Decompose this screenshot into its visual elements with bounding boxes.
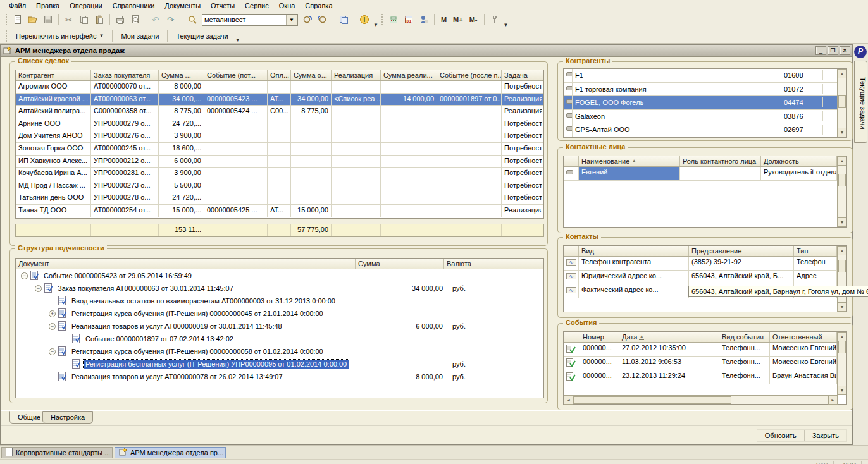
deals-column-header[interactable]: Опл... [268,70,291,80]
events-column-header[interactable]: Номер [580,332,619,342]
deals-row[interactable]: Татьянин день ОООУПР00000278 о...24 720,… [16,192,543,205]
structure-tree-row[interactable]: −Событие 00000001897 от 07.02.2014 13:42… [16,333,543,345]
structure-tree-row[interactable]: −Регистрация бесплатных услуг (IT-Решени… [16,358,543,370]
counterparty-row[interactable]: GPS-Алтай ООО02697 [564,123,846,137]
undo-icon[interactable]: ↶ [149,13,163,27]
find-next-icon[interactable] [301,13,314,27]
contact-persons-column-header[interactable]: Должность [761,156,837,166]
contact-person-row[interactable]: ЕвгенийРуководитель it-отдела [564,167,846,181]
deals-row[interactable]: Дом Учителя АНООУПР00000276 о...3 900,00… [16,130,543,143]
menu-item-3[interactable]: Справочники [108,1,160,10]
tools-icon[interactable] [488,13,502,27]
deals-column-header[interactable]: Реализация [332,70,381,80]
menu-item-4[interactable]: Документы [159,1,206,10]
memory-button-1[interactable]: M+ [450,13,466,27]
calculator-icon[interactable] [387,13,400,27]
deals-column-header[interactable]: Событие (пот... [204,70,268,80]
calendar-icon[interactable]: 31 [402,13,416,27]
menu-item-7[interactable]: Окна [274,1,301,10]
event-row[interactable]: 000000...23.12.2013 11:29:24Телефонн...Б… [564,370,846,384]
deals-row[interactable]: Кочубаева Ирина А...УПР00000281 о...3 90… [16,168,543,180]
current-tasks-button[interactable]: Текущие задачи [171,31,233,41]
deals-column-header[interactable]: Заказ покупателя [91,70,159,80]
deals-row[interactable]: Золотая Горка ОООАТ000000245 от...18 600… [16,143,543,156]
vertical-scrollbar[interactable]: ▲▼ [837,332,846,395]
counterparty-row[interactable]: Galaxeon03876 [564,110,846,124]
menu-item-0[interactable]: Файл [4,1,31,10]
deals-row[interactable]: Агромилк ОООАТ000000070 от...8 000,00Пот… [16,81,543,94]
deals-column-header[interactable]: Сумма ... [159,70,204,80]
collapse-icon[interactable]: − [49,348,56,355]
scroll-down-icon[interactable]: ▼ [838,217,846,227]
tools-dropdown-icon[interactable]: ▼ [504,22,509,28]
restore-button[interactable]: ❐ [828,46,838,55]
taskbar-item-0[interactable]: Корпоративные стандарты ... [1,447,113,458]
new-document-icon[interactable] [11,13,25,27]
vertical-scrollbar[interactable]: ▲▼ [837,156,846,227]
collapse-icon[interactable]: − [35,285,42,292]
print-preview-icon[interactable] [128,13,142,27]
contacts-column-header[interactable]: Вид [579,246,689,256]
deals-row[interactable]: Тиана ТД ОООАТ000000254 от...15 000,...0… [16,205,543,217]
taskbar-item-1[interactable]: АРМ менеджера отдела пр... [115,447,226,458]
copy-icon[interactable] [77,13,91,27]
contact-row[interactable]: ∿Телефон контрагента(3852) 39-21-92Телеф… [564,257,846,271]
info-icon[interactable]: i [357,13,371,27]
structure-column-header[interactable]: Сумма [356,259,444,269]
scroll-right-icon[interactable]: ► [828,396,838,405]
contact-persons-column-header[interactable]: Роль контактного лица [680,156,761,166]
search-dropdown-icon[interactable]: ▼ [286,15,297,25]
counterparty-row[interactable]: FOGEL, ООО Фогель04474 [564,96,846,110]
find-previous-icon[interactable] [316,13,330,27]
events-column-header[interactable]: Ответственный [770,332,837,342]
redo-icon[interactable]: ↷ [164,13,178,27]
vertical-scrollbar[interactable]: ▲▼ [837,246,846,312]
paste-icon[interactable] [92,13,106,27]
info-dropdown-icon[interactable]: ▼ [373,22,378,28]
menu-item-2[interactable]: Операции [65,1,107,10]
scroll-left-icon[interactable]: ◄ [564,396,573,405]
scroll-down-icon[interactable]: ▼ [838,302,846,312]
structure-tree-row[interactable]: −Регистрация курса обучения (IT-Решения)… [16,345,543,358]
menu-item-5[interactable]: Отчеты [206,1,240,10]
scroll-up-icon[interactable]: ▲ [838,69,846,78]
deals-row[interactable]: Арнине ОООУПР00000279 о...24 720,...Потр… [16,118,543,131]
deals-column-header[interactable]: Сумма о... [291,70,332,80]
structure-tree-row[interactable]: −Реализация товаров и услуг АТ000000019 … [16,320,543,333]
cut-icon[interactable]: ✂ [62,13,76,27]
structure-tree-row[interactable]: −Событие 00000005423 от 29.05.2014 16:59… [16,269,543,282]
menu-item-8[interactable]: Справка [300,1,337,10]
memory-button-2[interactable]: M- [466,13,481,27]
counterparty-row[interactable]: F1 торговая компания01072 [564,83,846,97]
contacts-column-header[interactable]: Тип [794,246,837,256]
memory-button-0[interactable]: M [438,13,450,27]
structure-tree-row[interactable]: −Реализация товаров и услуг АТ000000078 … [16,370,543,383]
structure-tree-row[interactable]: +Регистрация курса обучения (IT-Решения)… [16,307,543,320]
collapse-icon[interactable]: − [49,323,56,330]
scroll-up-icon[interactable]: ▲ [838,332,846,341]
events-column-header[interactable]: Вид события [719,332,770,342]
deals-column-header[interactable]: Событие (после п... [437,70,502,80]
structure-tree-row[interactable]: −Ввод начальных остатков по взаиморасчет… [16,295,543,307]
contact-persons-column-header[interactable]: Наименование▲ [579,156,680,166]
minimize-button[interactable]: _ [815,46,826,55]
deals-row[interactable]: Алтайский полигра...С0000000358 от...8 7… [16,106,543,118]
refresh-button[interactable]: Обновить [757,430,804,441]
deals-column-header[interactable]: Контрагент [16,70,91,80]
horizontal-scrollbar[interactable]: ◄► [564,395,838,404]
current-tasks-side-tab[interactable]: Текущие задачи [854,61,867,143]
structure-tree-row[interactable]: −Заказ покупателя АТ000000063 от 30.01.2… [16,282,543,295]
counterparty-row[interactable]: F101608 [564,69,846,83]
deals-row[interactable]: ИП Хавкунов Алекс...УПР00000212 о...6 00… [16,156,543,168]
contacts-column-header[interactable]: Представление [689,246,794,256]
scroll-up-icon[interactable]: ▲ [838,246,846,255]
scroll-thumb[interactable] [573,396,731,404]
search-input[interactable] [202,15,286,25]
structure-column-header[interactable]: Документ [16,259,356,269]
save-icon[interactable] [41,13,55,27]
collapse-icon[interactable]: − [21,272,28,279]
menu-item-1[interactable]: Правка [31,1,65,10]
service-panel-icon[interactable]: Р [854,46,867,58]
close-button[interactable]: ✕ [840,46,850,55]
scroll-up-icon[interactable]: ▲ [838,156,846,166]
